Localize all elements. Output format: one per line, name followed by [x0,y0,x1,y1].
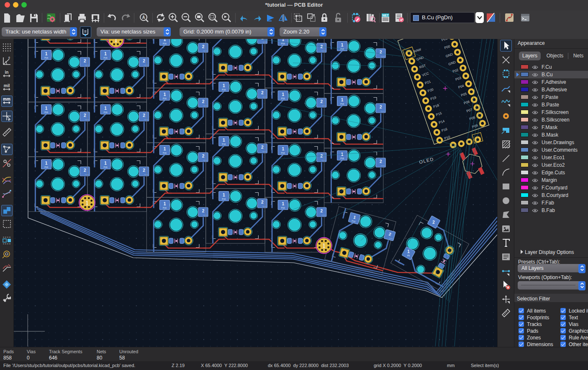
svg-text:1: 1 [114,39,118,44]
svg-text:in: in [5,70,9,75]
svg-text:1: 1 [322,242,326,250]
svg-text:NET: NET [383,13,389,17]
svg-text:1: 1 [85,199,89,207]
svg-text:1: 1 [407,249,410,254]
svg-text:P9: P9 [407,254,410,257]
svg-text:mm: mm [3,97,10,101]
svg-text:2: 2 [432,220,435,225]
svg-text:A: A [142,15,145,20]
svg-text:mil: mil [4,83,10,88]
svg-text:θ: θ [8,56,10,59]
